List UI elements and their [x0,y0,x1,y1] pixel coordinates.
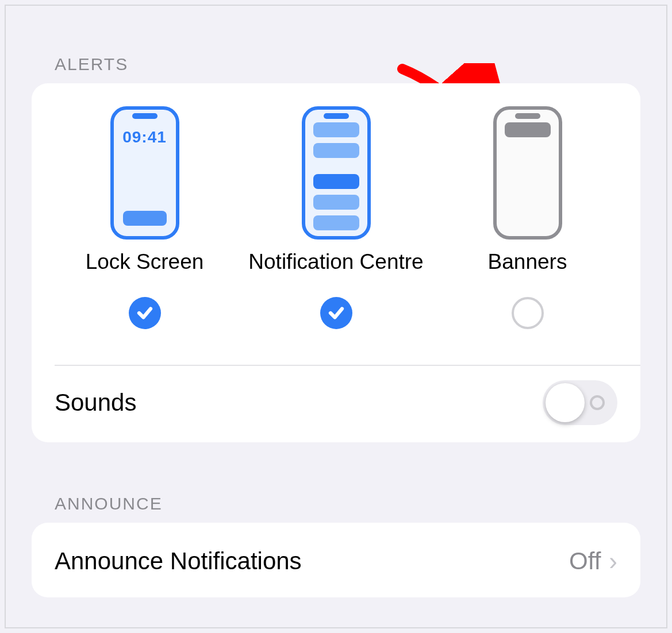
lock-screen-checkbox[interactable] [129,297,161,329]
chevron-right-icon: › [609,547,617,576]
lock-screen-label: Lock Screen [86,250,204,274]
banners-preview-icon [493,106,562,240]
banners-checkbox[interactable] [512,297,544,329]
banners-label: Banners [488,250,567,274]
section-header-alerts: Alerts [55,55,128,74]
banners-option[interactable]: Banners [432,106,623,329]
announce-notifications-value: Off [569,547,601,575]
notification-centre-label: Notification Centre [248,250,423,274]
lock-screen-preview-icon: 09:41 [110,106,179,240]
announce-notifications-label: Announce Notifications [55,547,302,575]
alerts-card: 09:41 Lock Screen No [32,83,640,442]
section-header-announce: Announce [55,494,163,514]
notification-centre-option[interactable]: Notification Centre [240,106,432,329]
notification-centre-checkbox[interactable] [320,297,352,329]
alert-style-row: 09:41 Lock Screen No [32,83,640,346]
notification-centre-preview-icon [302,106,371,240]
lock-screen-option[interactable]: 09:41 Lock Screen [49,106,240,329]
divider [55,365,640,366]
announce-card: Announce Notifications Off › [32,523,640,597]
announce-notifications-row[interactable]: Announce Notifications Off › [55,547,617,576]
sounds-row[interactable]: Sounds [55,380,617,425]
sounds-toggle[interactable] [543,380,617,425]
sounds-label: Sounds [55,389,136,416]
lock-screen-time: 09:41 [114,128,176,146]
